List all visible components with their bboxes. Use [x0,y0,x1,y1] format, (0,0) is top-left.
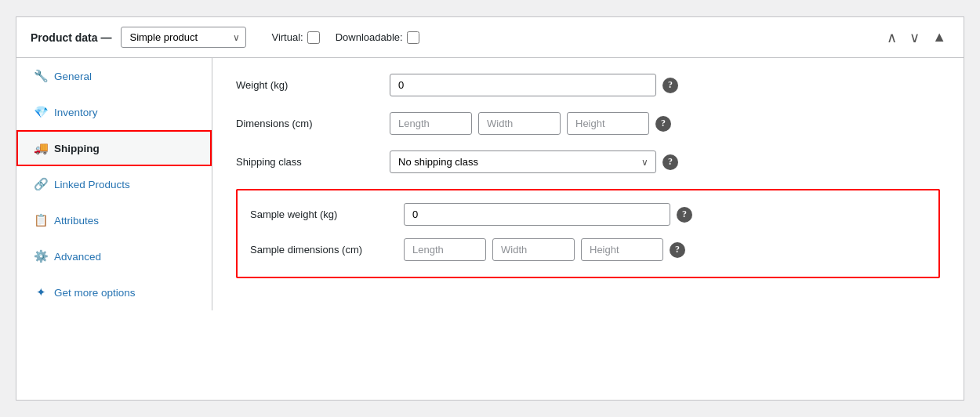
gear-icon: ⚙️ [34,249,48,263]
sidebar-item-shipping[interactable]: 🚚 Shipping [16,130,212,166]
sidebar-label-inventory: Inventory [54,107,98,118]
virtual-downloadable-group: Virtual: Downloadable: [271,31,419,44]
sample-weight-help-icon[interactable]: ? [677,207,692,223]
product-type-select[interactable]: Simple product [121,27,246,48]
star-icon: ✦ [34,285,48,299]
product-type-wrapper[interactable]: Simple product [121,27,246,48]
weight-help-icon[interactable]: ? [662,78,678,93]
sample-dimensions-help-icon[interactable]: ? [670,242,685,258]
dimensions-help-icon[interactable]: ? [655,116,671,132]
sample-fields-box: Sample weight (kg) ? Sample dimensions (… [236,189,940,278]
truck-icon: 🚚 [34,141,48,155]
sample-height-input[interactable] [581,238,663,261]
sidebar: 🔧 General 💎 Inventory 🚚 Shipping 🔗 Linke… [16,58,212,310]
sample-weight-input[interactable] [404,203,670,226]
sidebar-item-linked-products[interactable]: 🔗 Linked Products [16,166,212,202]
sample-weight-label: Sample weight (kg) [250,203,391,220]
shipping-class-select[interactable]: No shipping class [390,150,656,173]
shipping-class-field: No shipping class ? [390,150,940,173]
dimensions-row: Dimensions (cm) ? [236,112,940,135]
sidebar-item-advanced[interactable]: ⚙️ Advanced [16,238,212,274]
sidebar-label-shipping: Shipping [54,143,100,154]
sample-width-input[interactable] [492,238,575,261]
shipping-class-select-wrapper[interactable]: No shipping class [390,150,656,173]
sidebar-item-general[interactable]: 🔧 General [16,58,212,94]
product-data-panel: Product data — Simple product Virtual: D… [16,16,964,401]
dimensions-field: ? [390,112,940,135]
dimensions-label: Dimensions (cm) [236,112,377,129]
wrench-icon: 🔧 [34,69,48,83]
sample-dimensions-label: Sample dimensions (cm) [250,238,391,256]
sidebar-label-linked-products: Linked Products [54,179,130,190]
virtual-label[interactable]: Virtual: [271,31,319,44]
panel-body: 🔧 General 💎 Inventory 🚚 Shipping 🔗 Linke… [16,58,964,310]
sidebar-label-general: General [54,71,92,82]
panel-header-actions: ∧ ∨ ▲ [884,27,949,48]
sidebar-item-attributes[interactable]: 📋 Attributes [16,202,212,238]
width-input[interactable] [478,112,561,135]
sidebar-label-advanced: Advanced [54,251,101,263]
sidebar-item-get-more-options[interactable]: ✦ Get more options [16,274,212,310]
collapse-up-button[interactable]: ∧ [884,27,900,48]
weight-row: Weight (kg) ? [236,74,940,96]
sample-dimensions-field: ? [404,238,926,261]
sample-weight-field: ? [404,203,926,226]
collapse-triangle-button[interactable]: ▲ [929,27,949,47]
downloadable-label[interactable]: Downloadable: [336,31,419,44]
sidebar-label-attributes: Attributes [54,215,99,227]
height-input[interactable] [567,112,649,135]
weight-label: Weight (kg) [236,74,377,91]
collapse-down-button[interactable]: ∨ [906,27,923,48]
weight-field: ? [390,74,940,96]
link-icon: 🔗 [34,177,48,191]
diamond-icon: 💎 [34,105,48,119]
sample-weight-row: Sample weight (kg) ? [238,203,938,226]
main-content: Weight (kg) ? Dimensions (cm) ? Shipping [212,58,964,310]
weight-input[interactable] [390,74,656,96]
virtual-checkbox[interactable] [307,31,320,44]
panel-header: Product data — Simple product Virtual: D… [16,17,964,58]
sidebar-label-get-more-options: Get more options [54,287,136,299]
panel-title: Product data — [31,31,111,44]
length-input[interactable] [390,112,472,135]
downloadable-checkbox[interactable] [407,31,419,44]
sample-dimensions-row: Sample dimensions (cm) ? [238,238,938,261]
sample-length-input[interactable] [404,238,486,261]
shipping-class-help-icon[interactable]: ? [662,154,678,170]
list-icon: 📋 [34,213,48,227]
sidebar-item-inventory[interactable]: 💎 Inventory [16,94,212,130]
shipping-class-label: Shipping class [236,150,377,168]
shipping-class-row: Shipping class No shipping class ? [236,150,940,173]
